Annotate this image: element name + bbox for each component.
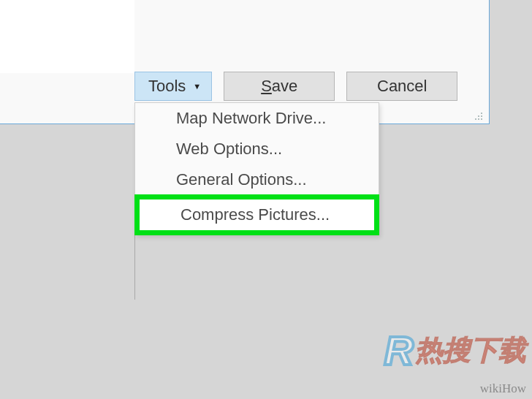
menu-item-compress-pictures[interactable]: Compress Pictures... [134,194,379,235]
watermark-logo: R 热搜下载 [384,327,526,374]
dialog-panel [0,0,134,73]
menu-item-general-options[interactable]: General Options... [135,164,379,195]
menu-item-web-options[interactable]: Web Options... [135,134,379,164]
wikihow-credit: wikiHow [480,381,526,396]
tools-dropdown[interactable]: Tools ▼ [134,72,212,101]
menu-item-map-network-drive[interactable]: Map Network Drive... [135,103,379,134]
svg-point-1 [478,115,479,117]
tools-menu: Map Network Drive... Web Options... Gene… [134,102,379,235]
svg-point-0 [481,113,482,114]
logo-text: 热搜下载 [415,332,526,369]
svg-point-3 [475,118,476,120]
save-label: Save [261,77,297,96]
svg-point-5 [481,118,482,120]
chevron-down-icon: ▼ [193,82,201,91]
svg-point-2 [481,115,482,117]
tools-label: Tools [148,77,186,96]
resize-grip-icon[interactable] [473,110,483,121]
save-button[interactable]: Save [224,72,335,101]
cancel-button[interactable]: Cancel [346,72,457,101]
dialog-button-row: Tools ▼ Save Cancel [134,72,480,101]
cancel-label: Cancel [377,77,427,96]
svg-point-4 [478,118,479,120]
logo-r-icon: R [384,327,412,374]
